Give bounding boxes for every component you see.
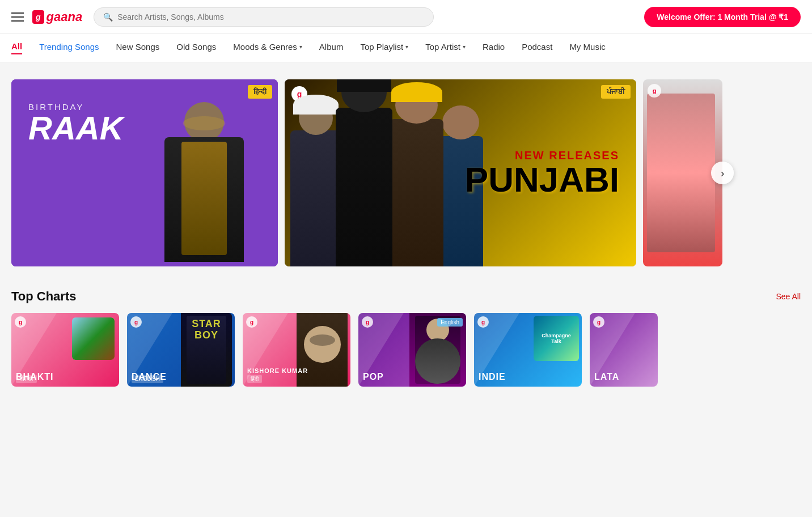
chevron-down-icon: ▾ <box>405 44 408 50</box>
chart-label-kishore: KISHORE KUMAR <box>247 367 308 374</box>
banner-1-text: BIRTHDAY RAAK <box>28 102 124 145</box>
chart-card-kishore[interactable]: g हिंदी KISHORE KUMAR <box>243 313 350 387</box>
search-input[interactable] <box>117 12 424 22</box>
logo-text: gaana <box>46 10 83 24</box>
chart-label-bhakti: BHAKTI <box>16 372 53 382</box>
chart-card-lata[interactable]: g Lata <box>590 313 658 387</box>
main-nav: All Trending Songs New Songs Old Songs M… <box>0 34 812 62</box>
banner-birthday-label: BIRTHDAY <box>28 102 124 112</box>
chart-card-inner: g STARBOY ENGLISH DANCE <box>127 313 235 387</box>
card-lang-tag-hindi: हिंदी <box>247 373 262 383</box>
banner-artist-name: RAAK <box>28 112 124 145</box>
nav-item-old-songs[interactable]: Old Songs <box>176 42 216 54</box>
banner-2-bg: g ਪੰਜਾਬੀ <box>285 79 636 266</box>
carousel-next-button[interactable]: › <box>711 162 734 184</box>
artist-group <box>285 91 489 266</box>
chart-label-pop: POP <box>363 372 384 382</box>
nav-item-all[interactable]: All <box>11 41 22 54</box>
banner-card-2[interactable]: g ਪੰਜਾਬੀ <box>285 79 636 266</box>
nav-item-album[interactable]: Album <box>319 42 344 54</box>
chevron-down-icon: ▾ <box>463 44 466 50</box>
banner-card-1[interactable]: हिन्दी BIRTHDAY RAAK <box>11 79 278 266</box>
hamburger-menu[interactable] <box>11 12 24 22</box>
charts-row: g ਪੰਜਾਬੀ BHAKTI g STARBOY <box>11 313 801 387</box>
banner-section: हिन्दी BIRTHDAY RAAK <box>0 62 812 278</box>
gaana-g-small: g <box>648 84 661 98</box>
see-all-button[interactable]: See All <box>776 292 801 301</box>
banner-card-3[interactable]: g <box>643 79 722 266</box>
banner-2-text: NEW RELEASES PUNJABI <box>465 149 619 197</box>
top-charts-section: Top Charts See All g ਪੰਜਾਬੀ BHAKTI <box>0 278 812 392</box>
chart-label-indie: INDIE <box>479 372 506 382</box>
logo[interactable]: g gaana <box>32 10 82 24</box>
gaana-g-icon: g <box>130 316 142 328</box>
logo-g: g <box>32 10 44 24</box>
nav-item-trending[interactable]: Trending Songs <box>39 42 99 54</box>
chart-card-pop[interactable]: g English POP <box>358 313 466 387</box>
search-icon: 🔍 <box>103 12 113 22</box>
chart-card-inner: g Lata <box>590 313 658 387</box>
chart-card-bhakti[interactable]: g ਪੰਜਾਬੀ BHAKTI <box>11 313 119 387</box>
nav-item-new-songs[interactable]: New Songs <box>116 42 160 54</box>
chart-card-dance[interactable]: g STARBOY ENGLISH DANCE <box>127 313 235 387</box>
welcome-offer-button[interactable]: Welcome Offer: 1 Month Trial @ ₹1 <box>644 7 801 27</box>
chart-label-dance: DANCE <box>132 372 167 382</box>
partial-image <box>647 94 715 252</box>
top-charts-title: Top Charts <box>11 289 76 304</box>
header: g gaana 🔍 Welcome Offer: 1 Month Trial @… <box>0 0 812 34</box>
banner-1-bg: हिन्दी BIRTHDAY RAAK <box>11 79 278 266</box>
banner-carousel: हिन्दी BIRTHDAY RAAK <box>11 79 801 266</box>
gaana-g-icon: g <box>15 316 26 328</box>
chevron-down-icon: ▾ <box>299 44 302 50</box>
search-bar[interactable]: 🔍 <box>94 7 434 27</box>
nav-item-my-music[interactable]: My Music <box>569 42 605 54</box>
chart-card-inner: g English POP <box>358 313 466 387</box>
card-lang-tag-english2: English <box>437 316 463 327</box>
gaana-g-icon: g <box>593 316 604 328</box>
chart-card-inner: g ਪੰਜਾਬੀ BHAKTI <box>11 313 119 387</box>
nav-item-radio[interactable]: Radio <box>483 42 505 54</box>
punjabi-label: PUNJABI <box>465 162 619 197</box>
banner-card-3-wrapper: g › <box>643 79 722 266</box>
chart-card-inner: g ChampagneTalk INDIE <box>474 313 582 387</box>
section-header: Top Charts See All <box>11 289 801 304</box>
chart-label-lata: Lata <box>594 372 619 382</box>
nav-item-top-artist[interactable]: Top Artist ▾ <box>425 42 466 54</box>
gaana-g-icon: g <box>362 316 373 328</box>
chart-card-inner: g हिंदी KISHORE KUMAR <box>243 313 350 387</box>
gaana-g-icon: g <box>246 316 257 328</box>
banner-2-tag: ਪੰਜਾਬੀ <box>601 85 631 99</box>
nav-item-podcast[interactable]: Podcast <box>522 42 552 54</box>
artist-figure <box>142 102 267 266</box>
chart-card-indie[interactable]: g ChampagneTalk INDIE <box>474 313 582 387</box>
nav-item-top-playlist[interactable]: Top Playlist ▾ <box>360 42 408 54</box>
nav-item-moods[interactable]: Moods & Genres ▾ <box>233 42 302 54</box>
banner-1-tag: हिन्दी <box>248 85 272 99</box>
gaana-g-icon: g <box>477 316 489 328</box>
